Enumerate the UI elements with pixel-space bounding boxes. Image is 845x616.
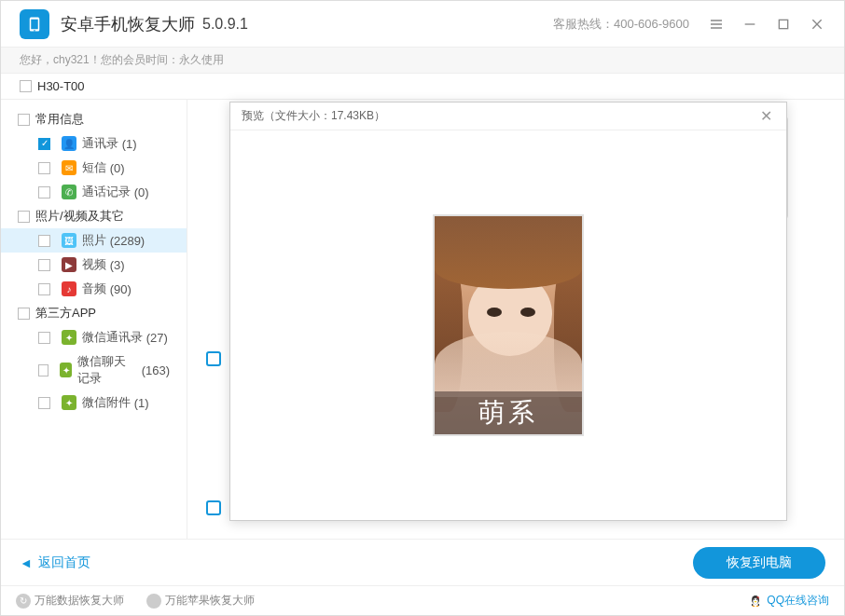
tree-item-sms[interactable]: ✉ 短信 (0) [1,156,187,180]
item-label: 通讯录 [82,135,118,152]
item-label: 音频 [82,281,106,297]
device-checkbox[interactable] [20,80,32,92]
item-count: (0) [134,185,149,199]
modal-title: 预览（文件大小：17.43KB） [242,108,385,124]
photo-icon: 🖼 [62,233,76,248]
back-arrow-icon: ◄ [20,555,33,570]
item-count: (0) [110,161,125,175]
apple-icon [146,594,161,609]
wechat-icon: ✦ [60,363,72,377]
photo-checkbox[interactable] [206,500,221,515]
group-checkbox[interactable] [18,211,30,223]
svg-point-5 [755,601,757,602]
app-version: 5.0.9.1 [202,16,248,33]
item-label: 通话记录 [82,184,131,200]
footer: ↻ 万能数据恢复大师 万能苹果恢复大师 QQ在线咨询 [1,585,844,615]
footer-link-label: 万能数据恢复大师 [35,593,124,609]
hotline: 客服热线：400-606-9600 [553,16,689,33]
tree-group-common[interactable]: 常用信息 [1,107,187,131]
item-label: 视频 [82,256,106,273]
item-count: (1) [122,137,137,151]
svg-point-4 [756,598,757,600]
wechat-icon: ✦ [62,395,76,410]
tree-item-photos[interactable]: 🖼 照片 (2289) [1,228,187,253]
sidebar: 常用信息 👤 通讯录 (1) ✉ 短信 (0) ✆ 通话记录 (0) [1,100,187,539]
tree-item-wxchat[interactable]: ✦ 微信聊天记录 (163) [1,349,187,390]
tree-item-calllog[interactable]: ✆ 通话记录 (0) [1,180,187,204]
item-checkbox[interactable] [38,259,50,271]
contacts-icon: 👤 [62,136,76,151]
image-caption: 萌系 [435,391,582,434]
recover-button[interactable]: 恢复到电脑 [693,547,825,579]
group-label: 照片/视频及其它 [35,208,124,225]
close-icon[interactable] [809,16,825,33]
preview-modal: 预览（文件大小：17.43KB） ✕ 萌系 [229,102,787,521]
device-row: H30-T00 [1,74,844,100]
qq-icon [748,594,763,609]
group-label: 第三方APP [35,305,96,322]
video-icon: ▶ [62,257,76,272]
svg-rect-0 [779,20,787,28]
photo-checkbox[interactable] [206,351,221,366]
close-icon[interactable]: ✕ [756,107,775,125]
refresh-icon: ↻ [16,594,31,609]
sms-icon: ✉ [62,160,76,175]
item-count: (1) [134,396,149,410]
device-name: H30-T00 [37,79,85,93]
modal-header: 预览（文件大小：17.43KB） ✕ [230,103,786,130]
menu-icon[interactable] [708,16,725,33]
tree-group-thirdparty[interactable]: 第三方APP [1,301,187,325]
item-checkbox[interactable] [38,138,50,150]
bottom-bar: ◄ 返回首页 恢复到电脑 [1,539,844,585]
app-logo-icon [20,9,49,39]
footer-link-label: 万能苹果恢复大师 [165,593,255,609]
group-checkbox[interactable] [18,308,30,320]
tree-item-wxattach[interactable]: ✦ 微信附件 (1) [1,390,187,415]
app-window: 安卓手机恢复大师 5.0.9.1 客服热线：400-606-9600 您好，ch… [0,0,845,616]
item-count: (2289) [110,234,145,248]
app-title: 安卓手机恢复大师 [61,13,195,35]
preview-image: 萌系 [433,214,584,436]
item-checkbox[interactable] [38,364,48,376]
item-count: (3) [110,258,125,272]
item-checkbox[interactable] [38,283,50,295]
item-checkbox[interactable] [38,162,50,174]
item-checkbox[interactable] [38,186,50,198]
item-checkbox[interactable] [38,397,50,409]
modal-body: 萌系 [230,130,786,520]
tree-item-contacts[interactable]: 👤 通讯录 (1) [1,131,187,156]
item-count: (90) [110,282,132,296]
tree-group-media[interactable]: 照片/视频及其它 [1,204,187,228]
wechat-icon: ✦ [62,330,76,345]
footer-link-data-recovery[interactable]: ↻ 万能数据恢复大师 [16,593,124,609]
group-checkbox[interactable] [18,114,30,126]
audio-icon: ♪ [62,281,76,296]
item-checkbox[interactable] [38,235,50,247]
item-label: 微信附件 [82,394,131,411]
maximize-icon[interactable] [775,16,792,33]
tree-item-videos[interactable]: ▶ 视频 (3) [1,253,187,277]
tree-item-wxcontacts[interactable]: ✦ 微信通讯录 (27) [1,325,187,349]
svg-point-6 [753,605,755,606]
footer-link-apple-recovery[interactable]: 万能苹果恢复大师 [146,593,255,609]
group-label: 常用信息 [35,111,84,128]
greeting-text: 您好，chy321！您的会员时间：永久使用 [20,52,224,68]
item-checkbox[interactable] [38,332,50,344]
tree-item-audio[interactable]: ♪ 音频 (90) [1,277,187,301]
item-count: (163) [142,363,170,377]
item-label: 微信通讯录 [82,329,143,346]
item-count: (27) [146,331,168,345]
item-label: 照片 [82,232,106,249]
back-home-link[interactable]: ◄ 返回首页 [20,554,90,571]
minimize-icon[interactable] [741,16,758,33]
item-label: 微信聊天记录 [77,353,138,387]
svg-point-7 [756,605,759,606]
phone-icon: ✆ [62,185,76,199]
svg-point-3 [754,598,755,600]
qq-support-link[interactable]: QQ在线咨询 [748,593,829,609]
back-label: 返回首页 [38,554,90,571]
qq-label: QQ在线咨询 [767,593,829,609]
greeting-bar: 您好，chy321！您的会员时间：永久使用 [1,48,844,74]
item-label: 短信 [82,159,106,176]
titlebar: 安卓手机恢复大师 5.0.9.1 客服热线：400-606-9600 [1,1,844,48]
